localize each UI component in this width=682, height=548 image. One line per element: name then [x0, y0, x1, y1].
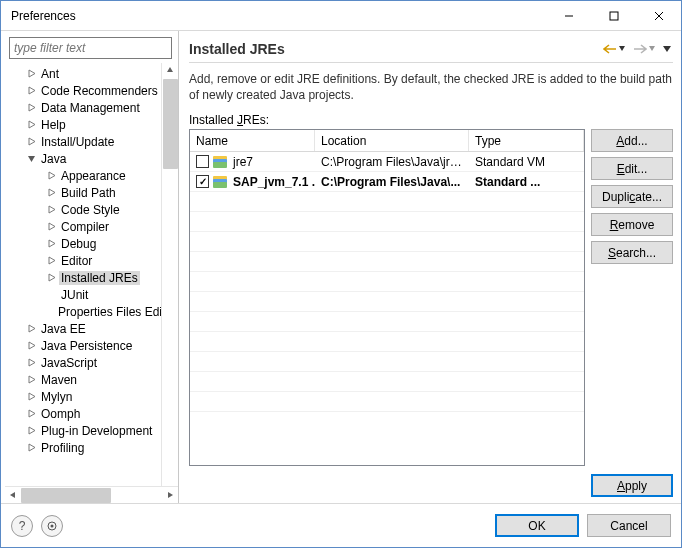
chevron-right-icon[interactable] — [45, 187, 57, 199]
cancel-button[interactable]: Cancel — [587, 514, 671, 537]
table-header: Name Location Type — [190, 130, 584, 152]
scroll-thumb[interactable] — [21, 488, 111, 503]
scroll-left-icon[interactable] — [7, 489, 19, 501]
chevron-right-icon[interactable] — [25, 68, 37, 80]
filter-input[interactable] — [9, 37, 172, 59]
scroll-thumb[interactable] — [163, 79, 178, 169]
chevron-down-icon[interactable] — [25, 153, 37, 165]
ok-button[interactable]: OK — [495, 514, 579, 537]
duplicate-button[interactable]: Duplicate... — [591, 185, 673, 208]
jre-name: jre7 — [233, 155, 253, 169]
tree-item[interactable]: Install/Update — [5, 133, 161, 150]
tree-item-label: Data Management — [39, 101, 142, 115]
table-row[interactable]: SAP_jvm_7.1 ...C:\Program Files\Java\...… — [190, 172, 584, 192]
scroll-right-icon[interactable] — [164, 489, 176, 501]
jre-checkbox[interactable] — [196, 175, 209, 188]
table-row[interactable]: jre7C:\Program Files\Java\jre7Standard V… — [190, 152, 584, 172]
edit-button[interactable]: Edit... — [591, 157, 673, 180]
svg-marker-29 — [168, 492, 173, 498]
svg-marker-24 — [29, 410, 35, 417]
chevron-right-icon[interactable] — [45, 204, 57, 216]
svg-marker-5 — [29, 87, 35, 94]
back-button[interactable] — [603, 44, 625, 54]
tree-item[interactable]: JavaScript — [5, 354, 161, 371]
chevron-right-icon[interactable] — [45, 255, 57, 267]
tree-item[interactable]: Java Persistence — [5, 337, 161, 354]
chevron-right-icon[interactable] — [25, 85, 37, 97]
tree-item[interactable]: Installed JREs — [5, 269, 161, 286]
jre-icon — [213, 176, 229, 188]
tree-item[interactable]: Ant — [5, 65, 161, 82]
jre-table[interactable]: Name Location Type jre7C:\Program Files\… — [189, 129, 585, 466]
close-button[interactable] — [636, 1, 681, 30]
tree-item[interactable]: Editor — [5, 252, 161, 269]
chevron-right-icon[interactable] — [45, 221, 57, 233]
chevron-right-icon[interactable] — [25, 374, 37, 386]
tree-item[interactable]: Profiling — [5, 439, 161, 456]
forward-button[interactable] — [633, 44, 655, 54]
list-area: Name Location Type jre7C:\Program Files\… — [189, 129, 673, 466]
tree-item-label: Code Style — [59, 203, 122, 217]
tree-item[interactable]: Code Style — [5, 201, 161, 218]
tree-item-label: Editor — [59, 254, 94, 268]
tree-item[interactable]: Code Recommenders — [5, 82, 161, 99]
chevron-right-icon[interactable] — [25, 136, 37, 148]
preference-tree[interactable]: AntCode RecommendersData ManagementHelpI… — [5, 63, 161, 486]
view-menu-button[interactable] — [663, 46, 671, 52]
chevron-right-icon[interactable] — [25, 408, 37, 420]
chevron-right-icon[interactable] — [45, 170, 57, 182]
tree-item[interactable]: Maven — [5, 371, 161, 388]
tree-wrap: AntCode RecommendersData ManagementHelpI… — [5, 63, 178, 486]
column-type[interactable]: Type — [469, 130, 584, 151]
chevron-right-icon[interactable] — [25, 340, 37, 352]
apply-button[interactable]: Apply — [591, 474, 673, 497]
tree-item[interactable]: Help — [5, 116, 161, 133]
svg-marker-25 — [29, 427, 35, 434]
horizontal-scrollbar[interactable] — [5, 486, 178, 503]
chevron-right-icon[interactable] — [45, 238, 57, 250]
tree-item[interactable]: Java — [5, 150, 161, 167]
svg-marker-16 — [49, 274, 55, 281]
chevron-right-icon[interactable] — [25, 357, 37, 369]
tree-item-label: Code Recommenders — [39, 84, 160, 98]
maximize-button[interactable] — [591, 1, 636, 30]
tree-item[interactable]: Properties Files Editor — [5, 303, 161, 320]
tree-item[interactable]: Debug — [5, 235, 161, 252]
table-row-empty — [190, 372, 584, 392]
column-location[interactable]: Location — [315, 130, 469, 151]
add-button[interactable]: Add... — [591, 129, 673, 152]
table-row-empty — [190, 192, 584, 212]
tree-item[interactable]: Compiler — [5, 218, 161, 235]
column-name[interactable]: Name — [190, 130, 315, 151]
chevron-right-icon[interactable] — [25, 391, 37, 403]
tree-item-label: Debug — [59, 237, 98, 251]
tree-item[interactable]: JUnit — [5, 286, 161, 303]
minimize-button[interactable] — [546, 1, 591, 30]
chevron-right-icon[interactable] — [25, 323, 37, 335]
chevron-right-icon[interactable] — [25, 425, 37, 437]
tree-item[interactable]: Build Path — [5, 184, 161, 201]
search-button[interactable]: Search... — [591, 241, 673, 264]
tree-item[interactable]: Appearance — [5, 167, 161, 184]
chevron-right-icon[interactable] — [25, 102, 37, 114]
tree-item[interactable]: Oomph — [5, 405, 161, 422]
chevron-right-icon[interactable] — [25, 119, 37, 131]
scroll-up-icon[interactable] — [165, 65, 175, 75]
svg-marker-28 — [10, 492, 15, 498]
tree-item-label: Plug-in Development — [39, 424, 154, 438]
tree-item-label: Maven — [39, 373, 79, 387]
chevron-right-icon[interactable] — [45, 272, 57, 284]
help-button[interactable]: ? — [11, 515, 33, 537]
tree-item[interactable]: Java EE — [5, 320, 161, 337]
tree-item[interactable]: Mylyn — [5, 388, 161, 405]
svg-marker-12 — [49, 206, 55, 213]
tree-item[interactable]: Data Management — [5, 99, 161, 116]
sidebar: AntCode RecommendersData ManagementHelpI… — [1, 31, 179, 503]
help-icon: ? — [19, 519, 26, 533]
vertical-scrollbar[interactable] — [161, 63, 178, 486]
import-export-button[interactable] — [41, 515, 63, 537]
remove-button[interactable]: Remove — [591, 213, 673, 236]
tree-item[interactable]: Plug-in Development — [5, 422, 161, 439]
jre-checkbox[interactable] — [196, 155, 209, 168]
chevron-right-icon[interactable] — [25, 442, 37, 454]
